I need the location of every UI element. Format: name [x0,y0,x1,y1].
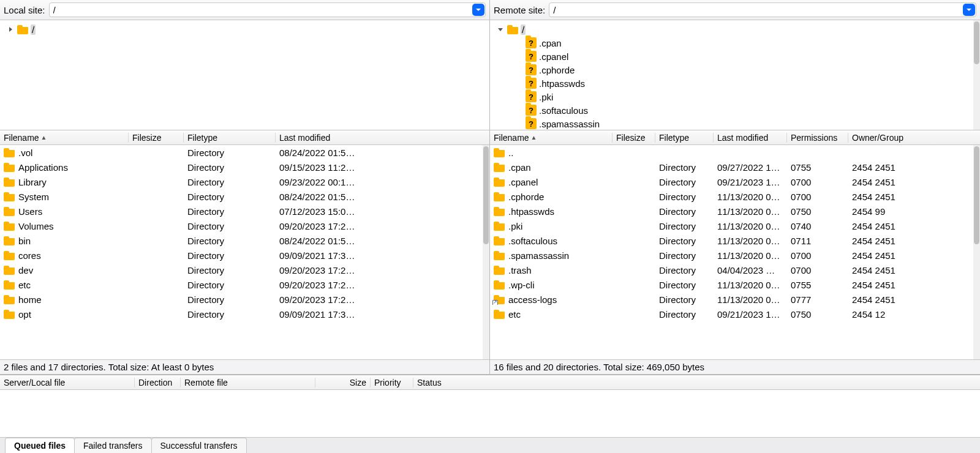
local-col-filetype[interactable]: Filetype [184,133,276,143]
file-modified: 09/20/2023 17:2… [276,280,368,290]
local-panel: Local site: / [0,0,490,374]
local-tree-area[interactable]: / [0,20,489,130]
file-type: Directory [184,192,276,202]
remote-tree-item[interactable]: ?.spamassassin [496,117,980,130]
local-file-row[interactable]: SystemDirectory08/24/2022 01:5… [0,189,483,204]
remote-col-modified[interactable]: Last modified [714,133,787,143]
remote-col-permissions[interactable]: Permissions [787,133,848,143]
scrollbar-thumb[interactable] [483,146,489,244]
remote-col-filename[interactable]: Filename ▲ [490,133,612,143]
tab-failed-transfers[interactable]: Failed transfers [74,438,151,453]
tab-successful-transfers[interactable]: Successful transfers [151,438,247,453]
remote-tree-root[interactable]: / [496,23,980,36]
remote-tree-item[interactable]: ?.softaculous [496,103,980,117]
file-name: .wp-cli [508,280,535,290]
local-file-row[interactable]: optDirectory09/09/2021 17:3… [0,307,483,321]
file-permissions: 0755 [787,162,848,173]
remote-tree-item[interactable]: ?.cpanel [496,50,980,63]
file-name: Library [18,177,47,187]
file-type: Directory [655,280,714,290]
queue-col-direction[interactable]: Direction [135,378,181,387]
remote-file-row[interactable]: .trashDirectory04/04/2023 …07002454 2451 [490,263,973,277]
local-col-modified[interactable]: Last modified [276,133,368,143]
queue-col-size[interactable]: Size [315,378,371,387]
remote-tree-item[interactable]: ?.cpan [496,36,980,50]
scrollbar-thumb[interactable] [974,146,979,244]
local-list-body[interactable]: .volDirectory08/24/2022 01:5…Application… [0,145,489,359]
local-file-row[interactable]: LibraryDirectory09/23/2022 00:1… [0,174,483,189]
remote-tree-item[interactable]: ?.pki [496,90,980,103]
remote-file-row[interactable]: .. [490,145,973,160]
folder-link-icon: ↗ [494,295,505,304]
file-modified: 09/21/2023 1… [714,309,787,320]
remote-tree-item[interactable]: ?.htpasswds [496,77,980,90]
local-file-row[interactable]: binDirectory08/24/2022 01:5… [0,233,483,248]
tree-expand-icon[interactable] [6,25,15,34]
local-file-row[interactable]: VolumesDirectory09/20/2023 17:2… [0,219,483,233]
tree-item-label: .cpan [539,38,562,48]
file-modified: 09/09/2021 17:3… [276,309,368,320]
remote-list-scrollbar[interactable] [973,145,980,359]
queue-col-serverfile[interactable]: Server/Local file [0,378,135,387]
tree-collapse-icon[interactable] [496,25,505,34]
queue-col-remote[interactable]: Remote file [181,378,315,387]
local-file-row[interactable]: coresDirectory09/09/2021 17:3… [0,248,483,263]
folder-unknown-icon: ? [526,78,537,89]
remote-file-row[interactable]: .cpanelDirectory09/21/2023 1…07002454 24… [490,174,973,189]
local-list-scrollbar[interactable] [483,145,489,359]
remote-file-row[interactable]: .softaculousDirectory11/13/2020 0…071124… [490,233,973,248]
remote-file-row[interactable]: .cpanDirectory09/27/2022 1…07552454 2451 [490,160,973,174]
remote-col-filetype[interactable]: Filetype [655,133,714,143]
file-modified: 09/20/2023 17:2… [276,221,368,231]
local-file-row[interactable]: devDirectory09/20/2023 17:2… [0,263,483,277]
scrollbar-thumb[interactable] [974,21,979,64]
remote-tree-item[interactable]: ?.cphorde [496,63,980,77]
local-col-filesize[interactable]: Filesize [129,133,184,143]
remote-file-row[interactable]: .pkiDirectory11/13/2020 0…07402454 2451 [490,219,973,233]
local-path-dropdown-button[interactable] [472,4,484,16]
remote-file-row[interactable]: etcDirectory09/21/2023 1…07502454 12 [490,307,973,321]
file-owner: 2454 99 [848,206,922,217]
remote-file-row[interactable]: .htpasswdsDirectory11/13/2020 0…07502454… [490,204,973,219]
remote-col-owner[interactable]: Owner/Group [848,133,922,143]
remote-path-dropdown-button[interactable] [963,4,975,16]
folder-icon [4,207,15,216]
file-type: Directory [655,309,714,320]
remote-file-row[interactable]: .wp-cliDirectory11/13/2020 0…07552454 24… [490,277,973,292]
remote-file-row[interactable]: .spamassassinDirectory11/13/2020 0…07002… [490,248,973,263]
remote-tree-area[interactable]: / ?.cpan?.cpanel?.cphorde?.htpasswds?.pk… [490,20,980,130]
file-permissions: 0700 [787,250,848,261]
folder-icon [507,25,518,34]
queue-body[interactable] [0,390,980,437]
queue-col-priority[interactable]: Priority [371,378,413,387]
local-path-input[interactable] [49,2,486,17]
folder-icon [494,163,505,172]
file-modified: 08/24/2022 01:5… [276,192,368,202]
local-file-row[interactable]: homeDirectory09/20/2023 17:2… [0,292,483,307]
local-file-row[interactable]: UsersDirectory07/12/2023 15:0… [0,204,483,219]
remote-tree-scrollbar[interactable] [973,20,980,130]
file-type: Directory [184,148,276,158]
sort-asc-icon: ▲ [41,134,47,141]
queue-col-status[interactable]: Status [413,378,980,387]
local-file-row[interactable]: etcDirectory09/20/2023 17:2… [0,277,483,292]
local-file-row[interactable]: ApplicationsDirectory09/15/2023 11:2… [0,160,483,174]
local-col-filename[interactable]: Filename ▲ [0,133,129,143]
file-type: Directory [184,177,276,187]
local-file-row[interactable]: .volDirectory08/24/2022 01:5… [0,145,483,160]
file-owner: 2454 2451 [848,221,922,231]
file-type: Directory [184,280,276,290]
file-permissions: 0700 [787,177,848,187]
file-modified: 09/15/2023 11:2… [276,162,368,173]
remote-file-row[interactable]: .cphordeDirectory11/13/2020 0…07002454 2… [490,189,973,204]
remote-path-input[interactable] [549,2,976,17]
remote-file-row[interactable]: ↗access-logsDirectory11/13/2020 0…077724… [490,292,973,307]
file-modified: 11/13/2020 0… [714,280,787,290]
tab-queued-files[interactable]: Queued files [5,438,75,453]
remote-list-body[interactable]: ...cpanDirectory09/27/2022 1…07552454 24… [490,145,980,359]
remote-col-filesize[interactable]: Filesize [612,133,655,143]
local-tree-root[interactable]: / [6,23,489,36]
file-modified: 07/12/2023 15:0… [276,206,368,217]
folder-unknown-icon: ? [526,118,537,129]
file-name: access-logs [508,294,557,305]
